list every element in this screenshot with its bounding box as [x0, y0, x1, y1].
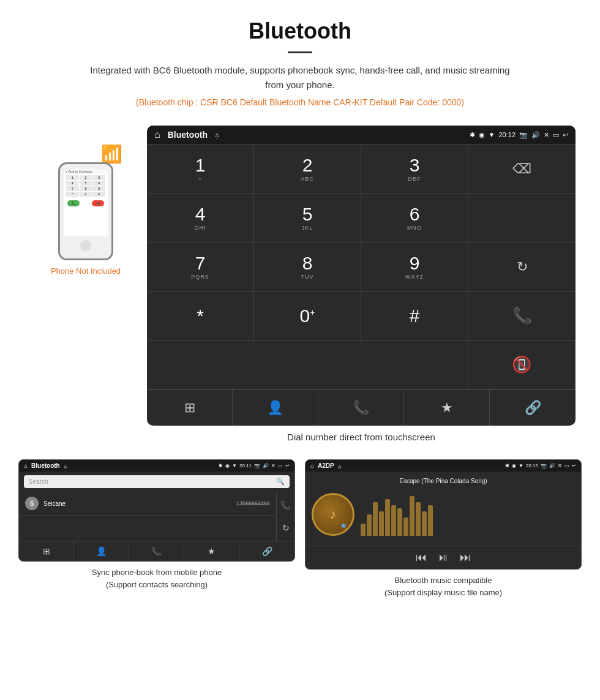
pb-back-icon: ↩	[285, 463, 290, 469]
pb-main-area: S Seicane 13566664466 📞 ↻	[19, 492, 294, 541]
music-bt-icon: ✱	[505, 463, 509, 469]
pb-home-icon: ⌂	[24, 462, 28, 469]
key-5[interactable]: 5 JKL	[254, 194, 361, 243]
key-0[interactable]: 0+	[254, 292, 361, 341]
key-call-green[interactable]: 📞	[468, 292, 576, 341]
pb-x-icon: ✕	[271, 463, 276, 469]
signal-icon: ▼	[489, 131, 495, 138]
vis-bar	[373, 502, 378, 536]
key-hash[interactable]: #	[361, 292, 468, 341]
header-divider	[288, 51, 312, 53]
pb-search-placeholder: Search	[29, 478, 48, 485]
vis-bar	[391, 505, 396, 536]
key-4[interactable]: 4 GHI	[147, 194, 254, 243]
music-status-right: ✱ ◉ ▼ 20:15 📷 🔊 ✕ ▭ ↩	[505, 463, 576, 469]
key-star[interactable]: *	[147, 292, 254, 341]
music-controls: ⏮ ⏯ ⏭	[306, 546, 581, 569]
prev-icon[interactable]: ⏮	[416, 551, 427, 564]
play-pause-icon[interactable]: ⏯	[438, 551, 449, 564]
music-item: ⌂ A2DP ⍙ ✱ ◉ ▼ 20:15 📷 🔊 ✕ ▭ ↩	[305, 459, 582, 598]
pb-bottom-link[interactable]: 🔗	[239, 541, 294, 561]
pb-time: 20:11	[239, 463, 252, 469]
music-vol-icon: 🔊	[549, 463, 555, 469]
dial-caption: Dial number direct from touchscreen	[147, 432, 576, 442]
screen-icon: ▭	[553, 131, 559, 139]
keypad-grid: 1 ⌁ 2 ABC 3 DEF ⌫ 4 GHI	[147, 144, 576, 390]
pb-signal-icon: ▼	[232, 463, 237, 469]
phone-key: 1	[66, 175, 79, 180]
phone-key: 4	[66, 181, 79, 186]
home-icon: ⌂	[154, 129, 160, 140]
phone-illustration: 📶 + Add to Contacts 1 2 3 4 5 6 7 8 9 *	[24, 126, 147, 276]
pb-right-icons: 📞 ↻	[276, 492, 294, 541]
header-specs: (Bluetooth chip : CSR BC6 Default Blueto…	[12, 97, 588, 107]
music-home-icon: ⌂	[310, 462, 314, 469]
pb-bottom-bt[interactable]: ★	[184, 541, 239, 561]
pb-contact-row[interactable]: S Seicane 13566664466	[19, 492, 276, 516]
music-rect-icon: ▭	[564, 463, 569, 469]
pb-status-left: ⌂ Bluetooth ⍙	[24, 462, 67, 469]
vis-bar	[403, 517, 408, 536]
key-call-red[interactable]: 📵	[468, 341, 576, 390]
key-empty-1	[468, 194, 576, 243]
music-content: Escape (The Pina Colada Song) ♪ ★	[306, 472, 581, 546]
page-header: Bluetooth Integrated with BC6 Bluetooth …	[0, 0, 600, 126]
dial-status-right: ✱ ◉ ▼ 20:12 📷 🔊 ✕ ▭ ↩	[470, 131, 568, 139]
vis-bar	[410, 496, 414, 536]
phone-key: #	[92, 192, 105, 197]
key-backspace[interactable]: ⌫	[468, 145, 576, 194]
key-9[interactable]: 9 WXYZ	[361, 243, 468, 292]
key-3[interactable]: 3 DEF	[361, 145, 468, 194]
pb-bottom-phone[interactable]: 📞	[129, 541, 184, 561]
phone-body: + Add to Contacts 1 2 3 4 5 6 7 8 9 * 0 …	[58, 162, 113, 260]
location-icon: ◉	[479, 131, 485, 139]
phone-not-included-label: Phone Not Included	[51, 266, 121, 276]
phone-home-button	[80, 240, 91, 251]
phone-key: 5	[80, 181, 92, 186]
phone-image: 📶 + Add to Contacts 1 2 3 4 5 6 7 8 9 *	[55, 150, 116, 260]
main-section: 📶 + Add to Contacts 1 2 3 4 5 6 7 8 9 *	[0, 126, 600, 453]
pb-bottom-grid[interactable]: ⊞	[19, 541, 74, 561]
key-8[interactable]: 8 TUV	[254, 243, 361, 292]
pb-cam-icon: 📷	[254, 463, 260, 469]
bottom-phone-icon[interactable]: 📞	[318, 390, 404, 426]
back-icon: ↩	[563, 131, 568, 139]
phone-key: 3	[92, 175, 105, 180]
phone-key: 2	[80, 175, 92, 180]
album-bluetooth-icon: ★	[340, 521, 348, 530]
music-status-left: ⌂ A2DP ⍙	[310, 462, 341, 469]
bottom-section: ⌂ Bluetooth ⍙ ✱ ◉ ▼ 20:11 📷 🔊 ✕ ▭ ↩	[0, 459, 600, 611]
bottom-grid-icon[interactable]: ⊞	[147, 390, 233, 426]
pb-search-bar[interactable]: Search 🔍	[24, 475, 290, 488]
vis-bar	[385, 499, 390, 536]
music-back-icon: ↩	[572, 463, 576, 469]
pb-right-refresh-icon[interactable]: ↻	[282, 523, 290, 533]
key-refresh[interactable]: ↻	[468, 243, 576, 292]
phone-key: 6	[92, 181, 105, 186]
pb-right-phone-icon[interactable]: 📞	[280, 500, 291, 510]
key-2[interactable]: 2 ABC	[254, 145, 361, 194]
key-7[interactable]: 7 PQRS	[147, 243, 254, 292]
contact-name: Seicane	[43, 500, 231, 507]
music-x-icon: ✕	[558, 463, 562, 469]
music-title: A2DP	[318, 462, 334, 469]
pb-bottom-user[interactable]: 👤	[74, 541, 129, 561]
pb-status-right: ✱ ◉ ▼ 20:11 📷 🔊 ✕ ▭ ↩	[219, 463, 290, 469]
key-1[interactable]: 1 ⌁	[147, 145, 254, 194]
bottom-icon-row: ⊞ 👤 📞 ★ 🔗	[147, 390, 576, 426]
key-empty-2	[147, 341, 468, 390]
bottom-contacts-icon[interactable]: 👤	[233, 390, 318, 426]
music-cam-icon: 📷	[541, 463, 547, 469]
pb-bottom-row: ⊞ 👤 📞 ★ 🔗	[19, 541, 294, 561]
pb-status-bar: ⌂ Bluetooth ⍙ ✱ ◉ ▼ 20:11 📷 🔊 ✕ ▭ ↩	[19, 460, 294, 472]
page-title: Bluetooth	[12, 18, 588, 44]
bottom-bluetooth-icon[interactable]: ★	[404, 390, 490, 426]
camera-icon: 📷	[519, 131, 528, 139]
next-icon[interactable]: ⏭	[460, 551, 471, 564]
bottom-link-icon[interactable]: 🔗	[490, 390, 576, 426]
key-6[interactable]: 6 MNO	[361, 194, 468, 243]
dial-screen: ⌂ Bluetooth ⍙ ✱ ◉ ▼ 20:12 📷 🔊 ✕ ▭ ↩	[147, 126, 576, 426]
pb-usb-icon: ⍙	[64, 463, 67, 469]
phonebook-item: ⌂ Bluetooth ⍙ ✱ ◉ ▼ 20:11 📷 🔊 ✕ ▭ ↩	[18, 459, 295, 598]
bluetooth-status-icon: ✱	[470, 131, 475, 139]
